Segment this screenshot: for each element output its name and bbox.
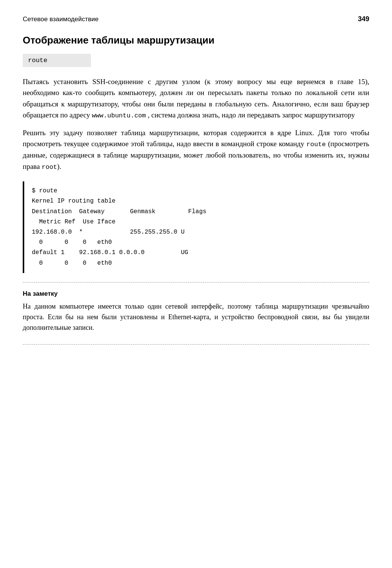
code-line-8: 0 0 0 eth0 — [32, 258, 362, 268]
section-title: Отображение таблицы маршрутизации — [23, 34, 369, 46]
section-divider — [23, 282, 369, 282]
code-line-3: Destination Gateway Genmask Flags — [32, 207, 362, 217]
page-number: 349 — [358, 15, 369, 23]
note-text: На данном компьютере имеется только один… — [23, 301, 369, 333]
code-line-2: Kernel IP routing table — [32, 196, 362, 206]
code-line-6: 0 0 0 eth0 — [32, 237, 362, 248]
bottom-divider — [23, 344, 369, 345]
code-line-4: Metric Ref Use Iface — [32, 217, 362, 227]
page-header: Сетевое взаимодействие 349 — [23, 15, 369, 23]
paragraph-1: Пытаясь установить SSH-соединение с друг… — [23, 76, 369, 121]
code-line-1: $ route — [32, 186, 362, 196]
code-block: $ route Kernel IP routing table Destinat… — [23, 181, 369, 273]
chapter-title: Сетевое взаимодействие — [23, 16, 98, 23]
note-title: На заметку — [23, 290, 369, 298]
command-box: route — [23, 54, 91, 67]
note-section: На заметку На данном компьютере имеется … — [23, 290, 369, 337]
code-line-7: default 1 92.168.0.1 0.0.0.0 UG — [32, 248, 362, 258]
paragraph-2: Решить эту задачу позволяет таблица марш… — [23, 127, 369, 173]
code-line-5: 192.168.0.0 * 255.255.255.0 U — [32, 227, 362, 237]
